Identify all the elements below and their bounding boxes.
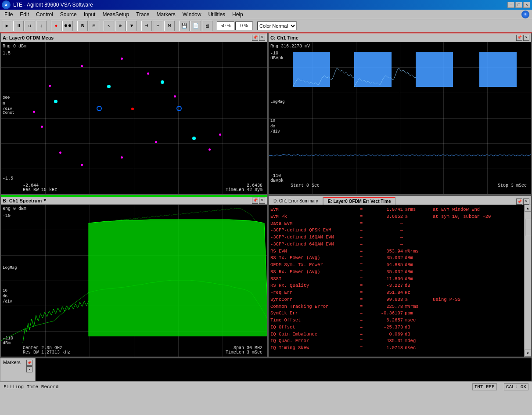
error-scrollbar[interactable]: ▲ ▼: [524, 205, 531, 357]
error-summary-bg: ▲ ▼ EVM = 1.0741 %rms at EVM Window End: [269, 205, 531, 357]
const-dot-m6: [81, 164, 83, 166]
const-dot-red: [131, 108, 134, 110]
menu-meassetup[interactable]: MeasSetup: [99, 11, 133, 18]
scroll-down[interactable]: ▼: [525, 350, 532, 357]
tab-d[interactable]: D: Ch1 Error Summary: [269, 197, 323, 205]
panel-a-title: A: Layer0 OFDM Meas: [3, 35, 54, 40]
grid-v3: [134, 42, 134, 194]
panel-c-content: Rng 316.2278 mV -10dBVpk LogMag 10dB/div…: [269, 42, 531, 194]
panels-area: A: Layer0 OFDM Meas 📌 × Rng 0 dBm 1.5 -1…: [0, 32, 532, 357]
menu-edit[interactable]: Edit: [16, 11, 32, 18]
zoom-offset-input[interactable]: [235, 22, 253, 30]
const-dot-m13: [219, 134, 221, 136]
save-button[interactable]: 💾: [179, 21, 190, 31]
single-button[interactable]: ↓: [36, 21, 47, 31]
marker-button[interactable]: ▼: [126, 21, 137, 31]
zoom-percent-input[interactable]: [217, 22, 234, 30]
menu-bar: File Edit Control Source Input MeasSetup…: [0, 10, 532, 19]
status-right: INT REF CAL: OK: [472, 383, 528, 390]
const-dot-m7: [59, 152, 61, 154]
print-button[interactable]: 🖨: [202, 21, 212, 31]
panel-b-dropdown[interactable]: ▼: [43, 198, 46, 203]
error-row-rstx: RS Tx. Power (Avg) = -35.032 dBm: [270, 255, 522, 262]
panel-a-close[interactable]: ×: [259, 35, 265, 41]
minimize-button[interactable]: −: [507, 2, 514, 8]
menu-source[interactable]: Source: [57, 11, 80, 18]
constellation-chart: Rng 0 dBm 1.5 -1.5 Const 300m/div -2.644…: [1, 42, 267, 194]
error-row-ofdm: OFDM Sym. Tx. Power = -64.885 dBm: [270, 262, 522, 269]
menu-utilities[interactable]: Utilities: [205, 11, 229, 18]
panel-c: C: Ch1 Time 📌 × Rng 316.2278 mV -10dBVpk…: [268, 32, 532, 195]
panel-de-close[interactable]: ×: [523, 198, 529, 205]
menu-input[interactable]: Input: [80, 11, 99, 18]
panel-b-pin[interactable]: 📌: [252, 198, 258, 204]
status-int-ref: INT REF: [472, 383, 497, 390]
scroll-up[interactable]: ▲: [525, 205, 532, 212]
panel-b-close[interactable]: ×: [259, 198, 265, 204]
app-title: LTE - Agilent 89600 VSA Software: [13, 2, 93, 8]
const-dot-m9: [33, 111, 35, 113]
grid-v1: [45, 42, 46, 194]
b-button[interactable]: B: [77, 21, 88, 31]
zoom-in-button[interactable]: ⊕: [115, 21, 126, 31]
panel-de-controls: 📌 ×: [516, 198, 531, 205]
menu-trace[interactable]: Trace: [133, 11, 153, 18]
panel-de-pin[interactable]: 📌: [516, 198, 522, 205]
const-dot-m3: [208, 148, 211, 151]
const-dot-m11: [81, 65, 83, 67]
panel-c-header: C: Ch1 Time 📌 ×: [269, 33, 531, 42]
error-row-rsquality: RS Rx. Quality = -3.227 dB: [270, 282, 522, 289]
error-row-iqtiming: IQ Timing Skew = 1.0718 nsec: [270, 345, 522, 352]
panel-c-close[interactable]: ×: [523, 35, 529, 41]
right-panels: C: Ch1 Time 📌 × Rng 316.2278 mV -10dBVpk…: [268, 32, 532, 357]
panel-de-content: ▲ ▼ EVM = 1.0741 %rms at EVM Window End: [269, 205, 531, 357]
panel-c-pin[interactable]: 📌: [516, 35, 522, 41]
panel-b-controls: 📌 ×: [252, 198, 265, 204]
nav2-button[interactable]: ⊢: [153, 21, 163, 31]
color-mode-select[interactable]: Color Normal: [257, 22, 297, 30]
spectrum-chart: Rng 0 dBm -10 LogMag 10dB/div -110dBm Ce…: [1, 205, 267, 357]
markers-pin[interactable]: 📌: [26, 360, 32, 366]
burst4: [479, 52, 517, 87]
menu-window[interactable]: Window: [179, 11, 205, 18]
record2-button[interactable]: ⏺⏺: [62, 21, 73, 31]
maximize-button[interactable]: □: [515, 2, 522, 8]
error-row-iqquad: IQ Quad. Error = -435.31 mdeg: [270, 338, 522, 345]
play-button[interactable]: ▶: [2, 21, 12, 31]
title-bar-left: A LTE - Agilent 89600 VSA Software: [2, 0, 93, 9]
pause-button[interactable]: ⏸: [13, 21, 24, 31]
nav1-button[interactable]: ⊣: [141, 21, 152, 31]
restart-button[interactable]: ↺: [25, 21, 35, 31]
menu-file[interactable]: File: [1, 11, 16, 18]
cursor-button[interactable]: ↖: [104, 21, 114, 31]
panel-a-resbw: Res BW 15 kHz: [23, 188, 57, 192]
panel-a-ytop: 1.5: [3, 51, 11, 56]
tab-e[interactable]: E: Layer0 OFDM Err Vect Time: [323, 197, 396, 205]
error-row-symclk: SymClk Err = -0.36107 ppm: [270, 310, 522, 317]
panel-b-title: B: Ch1 Spectrum: [3, 198, 42, 203]
panel-de-tabs: D: Ch1 Error Summary E: Layer0 OFDM Err …: [269, 196, 531, 205]
panel-a-pin[interactable]: 📌: [252, 35, 258, 41]
spectrum-svg: [1, 205, 267, 357]
grid-v2: [90, 42, 90, 194]
panel-a-timelen: TimeLen 42 Sym: [226, 188, 262, 192]
menu-markers[interactable]: Markers: [153, 11, 179, 18]
record-button[interactable]: ●: [51, 21, 61, 31]
const-dot-m12: [121, 58, 123, 60]
grid-button[interactable]: ⊞: [89, 21, 99, 31]
markers-close[interactable]: ×: [26, 366, 32, 372]
menu-control[interactable]: Control: [32, 11, 57, 18]
const-dot-m10: [49, 85, 51, 87]
time-svg: [269, 42, 531, 194]
close-button[interactable]: ×: [523, 2, 530, 8]
scroll-thumb[interactable]: [525, 219, 531, 236]
nav3-button[interactable]: M: [164, 21, 175, 31]
const-circle-1: [97, 106, 102, 111]
status-left: Filling Time Record: [4, 384, 58, 390]
status-bar: Filling Time Record INT REF CAL: OK: [0, 382, 532, 391]
burst2: [354, 52, 392, 87]
save2-button[interactable]: 📄: [191, 21, 201, 31]
panel-b-header: B: Ch1 Spectrum ▼ 📌 ×: [1, 196, 267, 205]
markers-label: Markers: [3, 360, 21, 365]
menu-help[interactable]: Help: [229, 11, 247, 18]
